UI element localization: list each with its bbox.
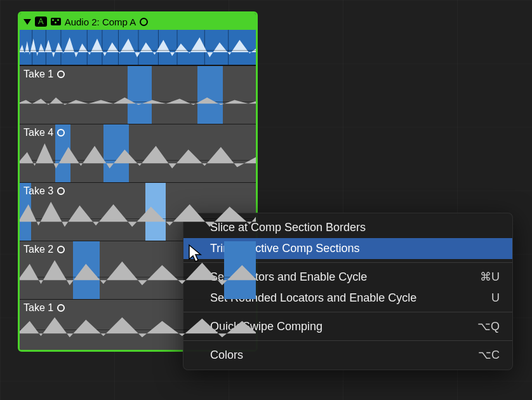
- take-row[interactable]: Take 2: [20, 241, 256, 299]
- take-label: Take 3: [23, 185, 65, 197]
- take-folder-header[interactable]: A Audio 2: Comp A: [20, 13, 256, 30]
- comp-badge[interactable]: A: [35, 17, 47, 27]
- take-row[interactable]: Take 4: [20, 124, 256, 182]
- shortcut-label: U: [472, 291, 500, 305]
- take-label: Take 2: [23, 244, 65, 255]
- loop-indicator-icon[interactable]: [140, 18, 148, 26]
- take-label: Take 4: [23, 127, 65, 138]
- loop-indicator-icon: [57, 246, 65, 253]
- loop-indicator-icon: [57, 304, 65, 312]
- take-label: Take 1: [23, 69, 65, 80]
- shortcut-label: ⌥C: [459, 348, 500, 362]
- take-row[interactable]: Take 1: [20, 299, 256, 350]
- comp-track[interactable]: [20, 30, 256, 65]
- disclosure-triangle-icon[interactable]: [23, 19, 31, 25]
- take-label: Take 1: [23, 302, 65, 314]
- shortcut-label: ⌥Q: [458, 319, 500, 333]
- take-folder[interactable]: A Audio 2: Comp A Take 1: [18, 11, 258, 352]
- take-row[interactable]: Take 3: [20, 182, 256, 241]
- loop-indicator-icon: [57, 129, 65, 137]
- take-row[interactable]: Take 1: [20, 65, 256, 124]
- shortcut-label: ⌘U: [461, 270, 500, 284]
- loop-indicator-icon: [57, 187, 65, 195]
- comp-menu-icon[interactable]: [51, 18, 61, 25]
- cursor-icon: [188, 244, 204, 263]
- folder-title: Audio 2: Comp A: [65, 17, 136, 27]
- loop-indicator-icon: [57, 70, 65, 78]
- comp-waveform: [20, 30, 256, 65]
